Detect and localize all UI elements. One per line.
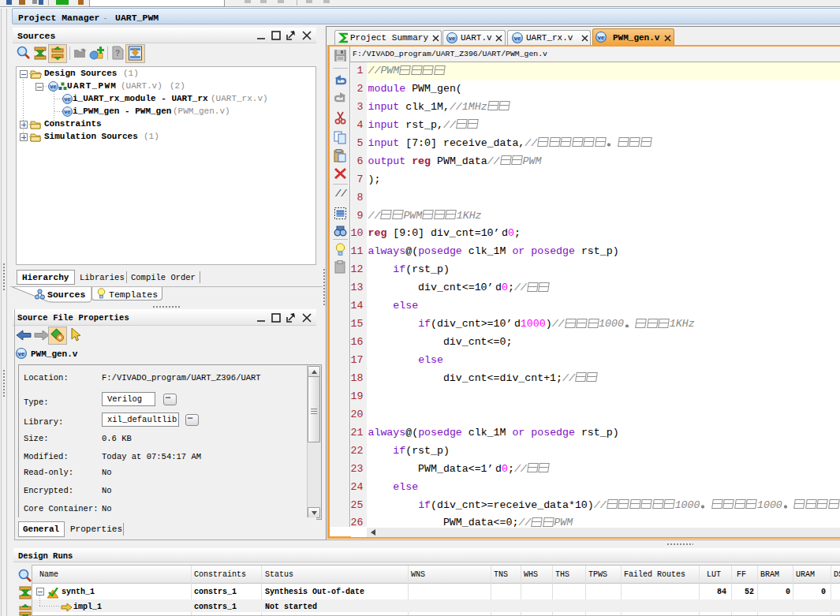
svg-text:ve: ve (65, 96, 71, 102)
svg-text:ve: ve (598, 34, 604, 41)
svg-text:ve: ve (449, 35, 455, 42)
svg-text:ve: ve (18, 350, 24, 357)
svg-text:ve: ve (514, 35, 521, 42)
svg-text:ve: ve (50, 84, 57, 89)
svg-text:ve: ve (65, 109, 71, 114)
svg-text:?: ? (115, 49, 120, 58)
